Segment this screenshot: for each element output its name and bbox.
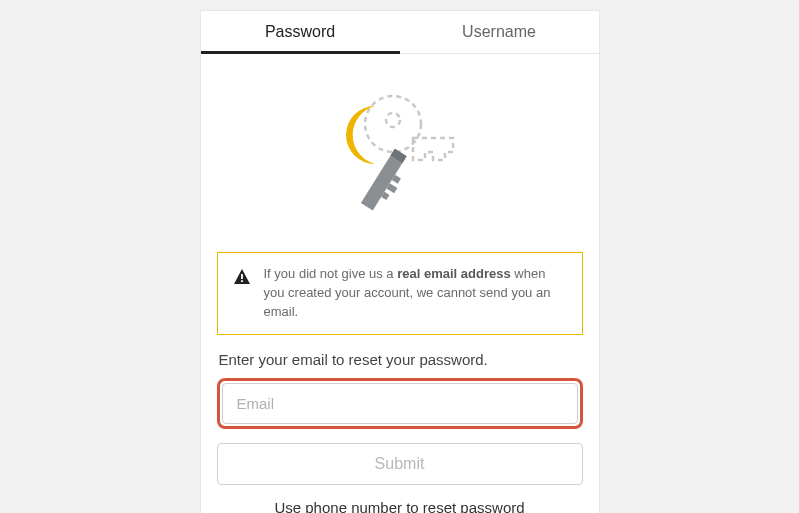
svg-point-0 (365, 96, 421, 152)
email-input[interactable] (222, 383, 578, 424)
alert-text: If you did not give us a real email addr… (264, 265, 568, 322)
keys-illustration (217, 74, 583, 252)
tab-username[interactable]: Username (400, 11, 599, 53)
svg-rect-8 (241, 280, 243, 282)
tabs: Password Username (201, 11, 599, 54)
input-highlight-box (217, 378, 583, 429)
alert-box: If you did not give us a real email addr… (217, 252, 583, 335)
alert-text-before: If you did not give us a (264, 266, 398, 281)
use-phone-link[interactable]: Use phone number to reset password (217, 499, 583, 513)
submit-button[interactable]: Submit (217, 443, 583, 485)
svg-rect-7 (241, 274, 243, 279)
keys-icon (325, 82, 475, 232)
svg-point-1 (386, 113, 400, 127)
warning-icon (232, 267, 252, 287)
card-content: If you did not give us a real email addr… (201, 54, 599, 513)
alert-text-bold: real email address (397, 266, 510, 281)
reset-card: Password Username (200, 10, 600, 513)
tab-password[interactable]: Password (201, 11, 400, 53)
prompt-text: Enter your email to reset your password. (217, 351, 583, 368)
